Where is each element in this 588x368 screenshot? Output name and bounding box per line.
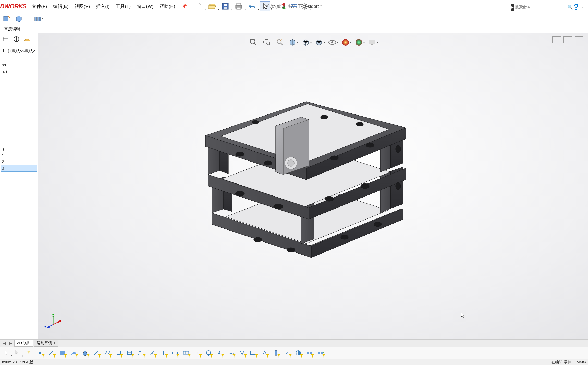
svg-point-65 <box>39 352 41 354</box>
delete-face-button[interactable] <box>14 14 23 24</box>
new-document-button[interactable] <box>194 1 204 12</box>
filter-sketch-button[interactable] <box>125 348 135 358</box>
filter-plane-button[interactable] <box>103 348 112 358</box>
scene-icon[interactable] <box>354 37 365 48</box>
filter-balloon-button[interactable] <box>204 348 213 358</box>
tree-item[interactable]: ns <box>1 62 37 68</box>
3d-viewport[interactable]: y x z <box>38 33 588 339</box>
svg-rect-6 <box>237 7 241 9</box>
filter-note-button[interactable]: .03 <box>192 348 202 358</box>
tab-scroll-right-icon[interactable]: ▶ <box>8 341 14 345</box>
svg-point-59 <box>374 222 382 227</box>
zoom-fit-icon[interactable] <box>248 37 259 48</box>
filter-solid-button[interactable] <box>80 348 90 358</box>
tree-item[interactable]: 宝) <box>1 68 37 75</box>
appearance-icon[interactable] <box>341 37 351 48</box>
filter-halfsection-button[interactable] <box>293 348 303 358</box>
filter-pattern-button[interactable] <box>181 348 191 358</box>
axis-z-label: z <box>44 325 46 329</box>
svg-line-31 <box>254 43 256 45</box>
save-button[interactable] <box>220 1 230 12</box>
filter-cosmetic-button[interactable]: A <box>282 348 292 358</box>
filter-weld-button[interactable] <box>226 348 236 358</box>
tree-filter-icon[interactable] <box>1 34 10 44</box>
tree-display-icon[interactable] <box>12 34 21 44</box>
filter-connection-button[interactable] <box>305 348 314 358</box>
tab-motion-study[interactable]: 运动算例 1 <box>34 340 58 347</box>
hide-show-icon[interactable] <box>328 37 338 48</box>
tree-root[interactable]: 工_) (默认<<默认>_显 <box>1 48 37 54</box>
render-settings-icon[interactable] <box>368 37 378 48</box>
svg-point-51 <box>330 156 338 160</box>
filter-datum-button[interactable] <box>237 348 247 358</box>
menu-insert[interactable]: 插入(I) <box>93 3 113 9</box>
svg-rect-95 <box>318 352 320 354</box>
menu-tools[interactable]: 工具(T) <box>113 3 134 9</box>
section-view-icon[interactable] <box>288 37 298 48</box>
filter-edge-button[interactable] <box>46 348 56 358</box>
undo-button[interactable] <box>247 1 257 12</box>
pattern-button[interactable]: ▾ <box>34 14 43 24</box>
filter-dowel-button[interactable] <box>271 348 281 358</box>
svg-line-68 <box>94 351 98 355</box>
tree-item[interactable]: 0 <box>1 147 37 153</box>
menu-file[interactable]: 文件(F) <box>29 3 50 9</box>
zoom-area-icon[interactable] <box>262 37 272 48</box>
filter-centerline-button[interactable] <box>148 348 157 358</box>
filter-face-button[interactable] <box>58 348 67 358</box>
menu-view[interactable]: 视图(V) <box>71 3 93 9</box>
filter-midpoint-button[interactable] <box>136 348 146 358</box>
tree-appearance-icon[interactable] <box>22 34 32 44</box>
display-style-icon[interactable] <box>315 37 325 48</box>
filter-mate-button[interactable] <box>316 348 326 358</box>
axis-x-label: x <box>59 319 61 323</box>
view-orientation-icon[interactable] <box>301 37 312 48</box>
svg-point-60 <box>396 182 401 190</box>
clear-filter-button[interactable] <box>24 348 34 358</box>
print-button[interactable] <box>234 1 244 12</box>
select-cursor-button[interactable] <box>2 348 11 358</box>
viewport-single-icon[interactable] <box>552 36 561 43</box>
menu-help[interactable]: 帮助(H) <box>156 3 178 9</box>
help-button[interactable]: ? <box>572 2 580 12</box>
viewport-link-icon[interactable] <box>564 36 572 43</box>
svg-rect-22 <box>35 17 37 21</box>
svg-rect-32 <box>264 39 268 43</box>
status-units[interactable]: MMG <box>577 360 586 365</box>
svg-point-45 <box>235 191 244 196</box>
filter-axis-button[interactable] <box>91 348 101 358</box>
feature-tree[interactable]: 工_) (默认<<默认>_显 ns 宝) 0 1 2 3 <box>0 45 38 174</box>
menu-edit[interactable]: 编辑(E) <box>50 3 71 9</box>
mouse-cursor-icon <box>461 313 465 318</box>
previous-view-icon[interactable] <box>275 37 285 48</box>
tree-item[interactable]: 1 <box>1 153 37 159</box>
filter-dimension-button[interactable] <box>170 348 180 358</box>
search-box[interactable]: ▶ 🔍▾ <box>510 3 571 12</box>
svg-text:A: A <box>218 351 221 355</box>
selection-filter-button[interactable] <box>13 348 22 358</box>
svg-rect-3 <box>224 7 227 9</box>
move-face-button[interactable] <box>2 14 11 24</box>
search-area: ▶ 🔍▾ ?▾ <box>510 2 583 12</box>
open-document-button[interactable] <box>207 1 217 12</box>
viewport-max-icon[interactable] <box>575 36 583 43</box>
filter-sketchpoint-button[interactable] <box>114 348 124 358</box>
tab-scroll-left-icon[interactable]: ◀ <box>2 341 7 345</box>
tree-item-selected[interactable]: 3 <box>1 165 37 172</box>
search-scope-icon[interactable]: ▶ <box>511 4 514 11</box>
orientation-triad[interactable]: y x z <box>46 314 61 329</box>
tree-item[interactable]: 2 <box>1 159 37 165</box>
menu-window[interactable]: 窗口(W) <box>134 3 156 9</box>
filter-sfsymbol-button[interactable] <box>260 348 270 358</box>
svg-line-66 <box>49 351 53 355</box>
search-input[interactable] <box>515 5 566 9</box>
tab-direct-edit[interactable]: 直接编辑 <box>1 25 23 33</box>
svg-rect-67 <box>60 351 65 355</box>
filter-annotation-button[interactable]: A <box>215 348 225 358</box>
tab-3d-view[interactable]: 3D 视图 <box>14 340 33 347</box>
filter-vertex-button[interactable] <box>35 348 45 358</box>
filter-gtol-button[interactable] <box>249 348 258 358</box>
filter-centermark-button[interactable] <box>159 348 168 358</box>
pin-icon[interactable]: 📌 <box>178 4 190 9</box>
filter-surface-button[interactable] <box>69 348 79 358</box>
